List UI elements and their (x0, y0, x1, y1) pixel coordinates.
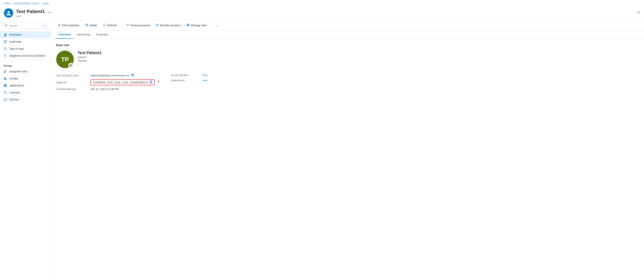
manage-view-button[interactable]: Manage view (184, 22, 209, 28)
applications-right-label: Applications (171, 79, 198, 82)
sidebar-item-licenses[interactable]: Licenses (0, 89, 50, 96)
svg-point-0 (8, 11, 10, 13)
copy-object-id-button[interactable] (150, 81, 152, 84)
header-title-block: Test Patient1 ... User (16, 9, 52, 17)
info-row-created: Created date time Dec 15, 2023 at 2:36 P… (56, 88, 159, 91)
svg-line-2 (7, 26, 8, 27)
diagnose-icon (4, 54, 7, 57)
signin-icon (4, 47, 7, 50)
object-id-box: 12345678-1234-1234-1234-123456789123 (90, 79, 155, 85)
ban-icon (156, 23, 159, 27)
toolbar-more-button[interactable]: ... (214, 22, 220, 28)
sidebar-item-audit-logs-label: Audit logs (9, 40, 21, 43)
revoke-sessions-button[interactable]: Revoke sessions (154, 22, 183, 28)
avatar-initials: TP (61, 56, 69, 63)
upn-value: patient1@testb2c.onmicrosoft.com (90, 74, 134, 77)
tab-properties[interactable]: Properties (93, 31, 112, 39)
user-icon (4, 33, 7, 36)
right-info-row-apps: Applications View (171, 79, 208, 82)
sidebar: « Overview (0, 20, 51, 274)
created-text: Dec 15, 2023 at 2:36 PM (90, 88, 119, 91)
groups-icon (4, 77, 7, 80)
sidebar-item-signin-logs[interactable]: Sign-in logs (0, 45, 50, 52)
svg-point-11 (4, 70, 6, 71)
content-area: Edit properties Delete (51, 20, 644, 274)
page-header: Test Patient1 ... User ✕ (0, 7, 644, 20)
sidebar-divider (3, 60, 48, 61)
tabs: Overview Monitoring Properties (51, 31, 644, 39)
svg-rect-21 (4, 99, 7, 100)
delete-button[interactable]: Delete (83, 22, 100, 28)
created-label: Created date time (56, 88, 88, 91)
breadcrumb-home[interactable]: Home (4, 2, 11, 5)
svg-rect-39 (150, 81, 152, 83)
manage-view-label: Manage view (191, 24, 207, 27)
applications-view-link[interactable]: View (202, 79, 208, 82)
right-info-row-group: Group member... View (171, 74, 208, 77)
object-id-value: 12345678-1234-1234-1234-123456789123 7 (90, 79, 159, 85)
search-input[interactable] (9, 24, 42, 27)
sidebar-item-diagnose[interactable]: Diagnose and solve problems (0, 52, 50, 59)
refresh-icon (103, 23, 106, 27)
pencil-icon (58, 23, 61, 27)
sidebar-item-signin-logs-label: Sign-in logs (9, 47, 24, 50)
camera-button[interactable] (68, 63, 74, 68)
sidebar-item-applications[interactable]: Applications (0, 82, 50, 89)
sidebar-item-licenses-label: Licenses (9, 91, 20, 94)
page-title: Test Patient1 (16, 9, 45, 14)
breadcrumb-azure-ad[interactable]: Azure AD B2C | Users (14, 2, 39, 5)
edit-properties-button[interactable]: Edit properties (56, 22, 82, 28)
sidebar-item-assigned-roles[interactable]: Assigned roles (0, 68, 50, 75)
sidebar-item-audit-logs[interactable]: Audit logs (0, 38, 50, 45)
svg-point-3 (5, 33, 6, 35)
user-role-label: Member (78, 59, 102, 62)
sidebar-item-groups[interactable]: Groups (0, 75, 50, 82)
svg-rect-26 (86, 24, 88, 26)
copy-upn-button[interactable] (131, 74, 134, 77)
svg-point-14 (4, 78, 5, 78)
overview-panel: Basic info TP Tes (51, 39, 644, 274)
roles-icon (4, 70, 7, 73)
delete-label: Delete (90, 24, 97, 27)
user-avatar-large: TP (56, 51, 74, 68)
breadcrumb: Home › Azure AD B2C | Users › Users › (0, 0, 644, 7)
breadcrumb-users[interactable]: Users (42, 2, 49, 5)
info-left: User principal name patient1@testb2c.onm… (56, 74, 159, 91)
tab-monitoring[interactable]: Monitoring (74, 31, 93, 39)
reset-password-button[interactable]: Reset password (124, 22, 152, 28)
reset-password-label: Reset password (130, 24, 150, 27)
info-grid: User principal name patient1@testb2c.onm… (56, 74, 638, 91)
sidebar-item-overview-label: Overview (9, 33, 22, 36)
collapse-sidebar-button[interactable]: « (44, 24, 46, 27)
refresh-label: Refresh (107, 24, 117, 27)
gear-icon (186, 23, 190, 27)
user-username: patient1 (78, 56, 102, 59)
sidebar-item-devices-label: Devices (9, 98, 19, 101)
sidebar-item-overview[interactable]: Overview (0, 31, 50, 38)
upn-label: User principal name (56, 74, 88, 77)
toolbar: Edit properties Delete (51, 20, 644, 31)
audit-icon (4, 40, 7, 43)
info-row-object-id: Object ID 12345678-1234-1234-1234-123456… (56, 79, 159, 85)
svg-point-12 (6, 70, 6, 71)
search-box[interactable]: « (3, 23, 48, 29)
search-icon (5, 24, 8, 27)
group-member-label: Group member... (171, 74, 198, 77)
close-button[interactable]: ✕ (637, 10, 640, 15)
svg-point-33 (188, 24, 188, 25)
toolbar-divider-1 (122, 23, 122, 28)
sidebar-item-devices[interactable]: Devices (0, 96, 50, 103)
refresh-button[interactable]: Refresh (101, 22, 119, 28)
sidebar-nav: Overview Audit logs (0, 31, 50, 103)
user-info: Test Patient1 patient1 Member (78, 51, 102, 62)
header-more-button[interactable]: ... (48, 9, 52, 14)
manage-section-label: Manage (0, 62, 50, 68)
user-card: TP Test Patient1 patient1 Member (56, 51, 638, 68)
svg-point-35 (70, 65, 71, 66)
svg-rect-38 (150, 81, 152, 83)
licenses-icon (4, 91, 7, 94)
header-avatar (4, 8, 13, 18)
tab-overview[interactable]: Overview (56, 31, 74, 39)
object-id-badge: 7 (158, 81, 159, 84)
group-member-view-link[interactable]: View (202, 74, 208, 77)
